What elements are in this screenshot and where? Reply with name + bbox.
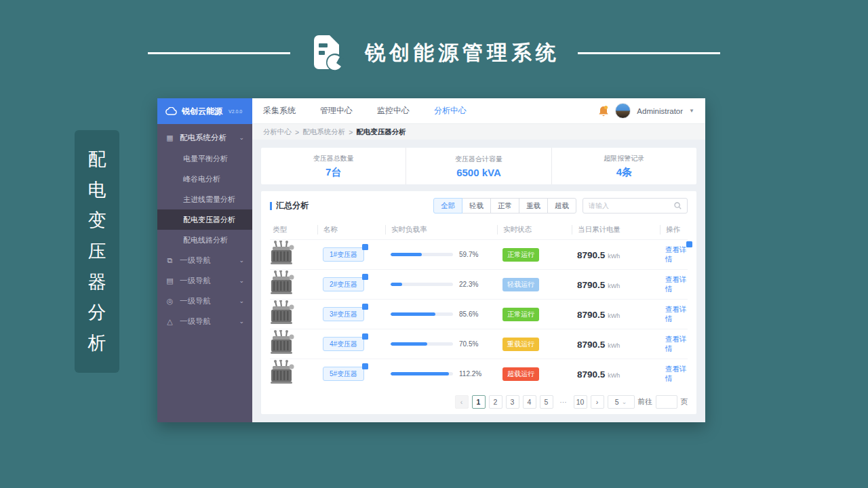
prev-page-button[interactable]: ‹	[455, 395, 469, 409]
sidebar-item-label: 一级导航	[180, 296, 211, 306]
col-status: 实时状态	[497, 225, 572, 235]
app-logo-name: 锐创云能源	[182, 106, 222, 117]
sidebar-item-line-analysis[interactable]: 配电线路分析	[157, 230, 252, 250]
cell-daily-energy: 8790.5kWh	[572, 308, 660, 321]
status-badge: 重载运行	[502, 338, 539, 351]
cell-actions: 查看详情	[660, 275, 688, 294]
cell-daily-energy: 8790.5kWh	[572, 338, 660, 350]
nav-tab-monitoring[interactable]: 监控中心	[377, 105, 410, 117]
page-button[interactable]: 5	[540, 395, 553, 409]
next-page-button[interactable]: ›	[591, 395, 604, 409]
banner-char: 析	[88, 334, 106, 352]
transformer-name-button[interactable]: 2#变压器	[323, 277, 364, 291]
transformer-icon	[270, 270, 294, 296]
view-details-link[interactable]: 查看详情	[665, 245, 688, 264]
cell-load-rate: 85.6%	[385, 310, 497, 318]
top-nav: 采集系统 管理中心 监控中心 分析中心 Administrator ▼	[252, 98, 705, 124]
load-percent-label: 85.6%	[459, 310, 478, 318]
page-size-select[interactable]: 5 ⌄	[608, 395, 635, 409]
filter-all-button[interactable]: 全部	[433, 198, 462, 214]
cell-type	[270, 330, 317, 359]
load-bar-fill	[391, 312, 435, 316]
transformer-name-button[interactable]: 5#变压器	[323, 367, 364, 381]
banner-char: 变	[88, 211, 106, 230]
breadcrumb-part[interactable]: 配电系统分析	[302, 127, 345, 137]
cell-status: 正常运行	[497, 307, 572, 321]
energy-value: 8790.5	[577, 369, 605, 380]
main-area: 采集系统 管理中心 监控中心 分析中心 Administrator ▼ 分析中心…	[252, 98, 705, 422]
energy-unit: kWh	[608, 283, 620, 289]
page-buttons: 12345···10	[472, 395, 587, 409]
nav-tab-analysis[interactable]: 分析中心	[434, 105, 467, 117]
view-details-link[interactable]: 查看详情	[665, 275, 688, 294]
nav-tab-collection[interactable]: 采集系统	[263, 105, 296, 117]
sidebar-group-distribution-analysis[interactable]: ▦ 配电系统分析 ⌄	[157, 127, 252, 148]
user-menu-caret-icon[interactable]: ▼	[689, 108, 694, 114]
filter-heavy-button[interactable]: 重载	[519, 198, 548, 214]
content-area: 变压器总数量 7台 变压器合计容量 6500 kVA 超限报警记录 4条 汇	[252, 140, 705, 422]
cell-actions: 查看详情	[660, 335, 688, 354]
page-button[interactable]: 1	[472, 395, 486, 409]
page-button[interactable]: 4	[523, 395, 536, 409]
corner-badge-icon	[362, 363, 368, 369]
transformer-name-button[interactable]: 3#变压器	[323, 307, 364, 321]
load-bar-track	[391, 253, 453, 256]
filter-light-button[interactable]: 轻载	[462, 198, 491, 214]
energy-unit: kWh	[608, 312, 620, 319]
notification-bell-icon[interactable]	[598, 105, 609, 117]
page-button[interactable]: 2	[489, 395, 502, 409]
sidebar-item-label: 一级导航	[180, 317, 211, 327]
col-actions: 操作	[660, 225, 688, 235]
sidebar-item-power-balance[interactable]: 电量平衡分析	[157, 148, 252, 169]
cell-name: 1#变压器	[317, 247, 385, 262]
stat-value: 4条	[616, 166, 632, 179]
nav-tab-management[interactable]: 管理中心	[320, 105, 353, 117]
cell-daily-energy: 8790.5kWh	[572, 249, 660, 261]
table-row: 3#变压器 85.6% 正常运行 8790.5kWh 查看详情	[270, 299, 688, 329]
col-load-rate: 实时负载率	[385, 225, 497, 235]
sidebar-item-peak-valley[interactable]: 峰谷电分析	[157, 169, 252, 189]
transformer-icon	[270, 360, 294, 386]
goto-page-input[interactable]	[656, 395, 677, 409]
col-daily-energy: 当日累计电量	[572, 225, 660, 235]
energy-value: 8790.5	[577, 250, 605, 260]
page-button[interactable]: 3	[506, 395, 519, 409]
transformer-table: 类型 名称 实时负载率 实时状态 当日累计电量 操作	[270, 220, 688, 388]
search-placeholder: 请输入	[589, 201, 674, 211]
transformer-name-button[interactable]: 4#变压器	[323, 337, 364, 351]
sidebar-item-transformer-analysis[interactable]: 配电变压器分析	[157, 209, 252, 230]
user-name: Administrator	[637, 107, 683, 115]
view-details-link[interactable]: 查看详情	[665, 335, 688, 354]
stat-label: 变压器总数量	[313, 154, 354, 163]
load-percent-label: 22.3%	[459, 281, 478, 288]
stat-label: 变压器合计容量	[455, 155, 502, 164]
page-button[interactable]: 10	[574, 395, 587, 409]
breadcrumb-part[interactable]: 分析中心	[263, 127, 292, 137]
sidebar-item-nav-4[interactable]: △ 一级导航 ⌄	[157, 311, 252, 331]
view-details-label: 查看详情	[665, 365, 687, 382]
page-ellipsis: ···	[557, 395, 570, 409]
table-header: 类型 名称 实时负载率 实时状态 当日累计电量 操作	[270, 220, 688, 239]
corner-badge-icon	[362, 333, 368, 340]
sidebar-item-main-line-demand[interactable]: 主进线需量分析	[157, 189, 252, 209]
sidebar-item-nav-1[interactable]: ⧉ 一级导航 ⌄	[157, 250, 252, 270]
monitor-icon: ▤	[165, 277, 174, 285]
filter-overload-button[interactable]: 超载	[547, 198, 576, 214]
corner-badge-icon	[362, 304, 368, 310]
app-logo-version: V2.0.0	[229, 109, 242, 114]
filter-normal-button[interactable]: 正常	[490, 198, 519, 214]
sidebar-item-nav-3[interactable]: ◎ 一级导航 ⌄	[157, 291, 252, 311]
view-details-link[interactable]: 查看详情	[665, 305, 688, 324]
view-details-link[interactable]: 查看详情	[665, 365, 688, 384]
user-avatar[interactable]	[615, 103, 631, 119]
load-bar-track	[391, 342, 453, 346]
load-bar-track	[391, 372, 453, 375]
transformer-name-button[interactable]: 1#变压器	[323, 247, 364, 262]
search-input[interactable]: 请输入	[583, 198, 688, 214]
search-icon	[674, 202, 682, 209]
chevron-down-icon: ⌄	[239, 257, 244, 264]
banner-char: 配	[88, 150, 106, 169]
goto-label: 前往	[638, 397, 652, 407]
sidebar-item-nav-2[interactable]: ▤ 一级导航 ⌄	[157, 270, 252, 291]
app-logo[interactable]: 锐创云能源 V2.0.0	[157, 98, 252, 124]
